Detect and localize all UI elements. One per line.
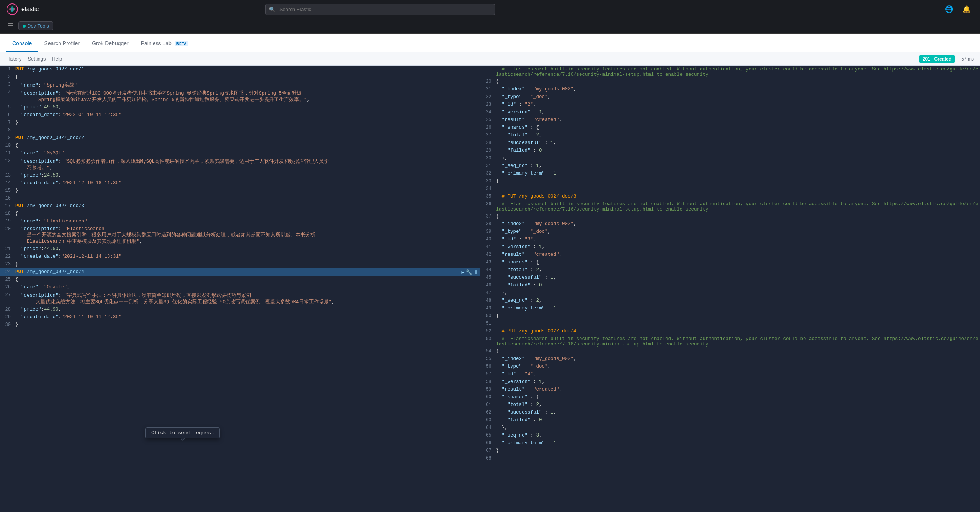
result-line-46: 46 "failed" : 0 bbox=[480, 282, 980, 290]
editor-line-12: 12 "description": "SQL必知必会作者力作，深入浅出MySQL… bbox=[0, 157, 480, 172]
result-line-43: 43 "_shards" : { bbox=[480, 259, 980, 267]
main-split-pane: 1 PUT /my_goods_002/_doc/1 2 { 3 "name":… bbox=[0, 66, 980, 512]
editor-line-16: 16 bbox=[0, 195, 480, 203]
result-line-53-comment: 53 #! Elasticsearch built-in security fe… bbox=[480, 335, 980, 348]
notifications-icon-button[interactable]: 🔔 bbox=[959, 3, 974, 15]
editor-line-25: 25 { bbox=[0, 276, 480, 284]
editor-line-9: 9 PUT /my_goods_002/_doc/2 bbox=[0, 134, 480, 142]
toolbar: History Settings Help 201 - Created 57 m… bbox=[0, 52, 980, 66]
result-line-25: 25 "result" : "created", bbox=[480, 116, 980, 124]
editor-line-8: 8 bbox=[0, 127, 480, 134]
result-line-47: 47 }, bbox=[480, 290, 980, 297]
logo: elastic bbox=[6, 3, 39, 15]
logo-text: elastic bbox=[21, 6, 39, 13]
breadcrumb-bar: ☰ Dev Tools bbox=[0, 18, 980, 34]
result-line-68-empty: 68 bbox=[480, 455, 980, 463]
settings-button[interactable]: Settings bbox=[28, 54, 46, 63]
result-line-62: 62 "successful" : 1, bbox=[480, 409, 980, 417]
hamburger-menu-button[interactable]: ☰ bbox=[6, 20, 15, 32]
editor-line-20: 20 "description": "Elasticsearch 是一个开源的全… bbox=[0, 226, 480, 245]
result-line-63: 63 "failed" : 0 bbox=[480, 417, 980, 424]
tab-painless-lab[interactable]: Painless Lab BETA bbox=[135, 36, 195, 52]
top-navigation: elastic 🔍 🌐 🔔 bbox=[0, 0, 980, 18]
result-line-45: 45 "successful" : 1, bbox=[480, 274, 980, 282]
editor-line-19: 19 "name": "Elasticsearch", bbox=[0, 218, 480, 226]
editor-line-4: 4 "description": "全球有超过100 000名开发者使用本书来学… bbox=[0, 89, 480, 104]
result-line-59: 59 "result" : "created", bbox=[480, 386, 980, 394]
help-button[interactable]: Help bbox=[52, 54, 62, 63]
editor-line-26: 26 "name": "Oracle", bbox=[0, 284, 480, 291]
result-line-37: 37 { bbox=[480, 213, 980, 221]
result-line-39: 39 "_type" : "_doc", bbox=[480, 228, 980, 236]
editor-line-17: 17 PUT /my_goods_002/_doc/3 bbox=[0, 203, 480, 210]
editor-line-1: 1 PUT /my_goods_002/_doc/1 bbox=[0, 66, 480, 74]
result-line-48: 48 "_seq_no" : 2, bbox=[480, 297, 980, 305]
search-input[interactable] bbox=[265, 4, 495, 15]
result-code-area: #! Elasticsearch built-in security featu… bbox=[480, 66, 980, 463]
breadcrumb-dot bbox=[23, 25, 26, 28]
editor-line-2: 2 { bbox=[0, 74, 480, 81]
result-line-24: 24 "_version" : 1, bbox=[480, 109, 980, 116]
globe-icon-button[interactable]: 🌐 bbox=[942, 3, 956, 15]
tab-search-profiler[interactable]: Search Profiler bbox=[38, 36, 86, 52]
result-line-60: 60 "_shards" : { bbox=[480, 394, 980, 401]
editor-line-11: 11 "name": "MySQL", bbox=[0, 150, 480, 157]
editor-line-21: 21 "price":44.50, bbox=[0, 245, 480, 253]
breadcrumb-dev-tools[interactable]: Dev Tools bbox=[18, 21, 53, 30]
result-line-58: 58 "_version" : 1, bbox=[480, 378, 980, 386]
result-line-31: 31 "_seq_no" : 1, bbox=[480, 162, 980, 170]
result-line-61: 61 "total" : 2, bbox=[480, 401, 980, 409]
pause-icon[interactable]: ⏸ bbox=[474, 270, 479, 275]
editor-line-29: 29 "create_date":"2021-11-10 11:12:35" bbox=[0, 314, 480, 321]
editor-pane[interactable]: 1 PUT /my_goods_002/_doc/1 2 { 3 "name":… bbox=[0, 66, 480, 512]
status-badge: 201 - Created bbox=[919, 55, 955, 63]
tooltip-arrow bbox=[180, 438, 185, 441]
tab-console[interactable]: Console bbox=[6, 36, 38, 52]
editor-line-6: 6 "create_date":"2022-01-10 11:12:35" bbox=[0, 111, 480, 119]
result-line-29: 29 "failed" : 0 bbox=[480, 147, 980, 155]
editor-line-27: 27 "description": "字典式写作手法：不讲具体语法，没有简单知识… bbox=[0, 291, 480, 306]
result-line-66: 66 "_primary_term" : 1 bbox=[480, 440, 980, 447]
result-line-52: 52 # PUT /my_goods_002/_doc/4 bbox=[480, 328, 980, 335]
editor-line-28: 28 "price":44.90, bbox=[0, 306, 480, 314]
time-badge: 57 ms bbox=[961, 56, 974, 62]
result-line-34-empty: 34 bbox=[480, 185, 980, 193]
beta-badge: BETA bbox=[175, 41, 188, 46]
editor-line-3: 3 "name": "Spring实战", bbox=[0, 81, 480, 89]
result-line-30: 30 }, bbox=[480, 155, 980, 162]
result-line-23: 23 "_id" : "2", bbox=[480, 101, 980, 109]
nav-right-actions: 🌐 🔔 bbox=[942, 3, 974, 15]
editor-line-5: 5 "price":49.50, bbox=[0, 104, 480, 111]
line-actions: ▶ 🔧 ⏸ bbox=[460, 268, 480, 276]
breadcrumb-label: Dev Tools bbox=[27, 23, 49, 29]
wrench-icon[interactable]: 🔧 bbox=[466, 269, 472, 275]
result-pane: #! Elasticsearch built-in security featu… bbox=[480, 66, 980, 512]
result-line-50: 50 } bbox=[480, 312, 980, 320]
play-icon[interactable]: ▶ bbox=[462, 269, 465, 275]
result-line-20: 20 { bbox=[480, 78, 980, 86]
editor-line-23: 23 } bbox=[0, 261, 480, 268]
result-line-57: 57 "_id" : "4", bbox=[480, 371, 980, 378]
editor-line-7: 7 } bbox=[0, 119, 480, 127]
tab-grok-debugger[interactable]: Grok Debugger bbox=[86, 36, 135, 52]
result-line-comment-1: #! Elasticsearch built-in security featu… bbox=[480, 66, 980, 78]
result-line-55: 55 "_index" : "my_goods_002", bbox=[480, 355, 980, 363]
result-line-56: 56 "_type" : "_doc", bbox=[480, 363, 980, 371]
result-line-64: 64 }, bbox=[480, 424, 980, 432]
result-line-27: 27 "total" : 2, bbox=[480, 132, 980, 139]
history-button[interactable]: History bbox=[6, 54, 21, 63]
result-line-54: 54 { bbox=[480, 348, 980, 355]
search-icon: 🔍 bbox=[269, 7, 275, 12]
editor-code-area: 1 PUT /my_goods_002/_doc/1 2 { 3 "name":… bbox=[0, 66, 480, 329]
elastic-logo-icon bbox=[6, 3, 18, 15]
result-line-26: 26 "_shards" : { bbox=[480, 124, 980, 132]
tooltip-arrow-inner bbox=[181, 438, 185, 440]
editor-line-18: 18 { bbox=[0, 210, 480, 218]
result-line-41: 41 "_version" : 1, bbox=[480, 244, 980, 251]
global-search[interactable]: 🔍 bbox=[265, 4, 495, 15]
editor-line-13: 13 "price":24.50, bbox=[0, 172, 480, 180]
result-line-44: 44 "total" : 2, bbox=[480, 267, 980, 274]
result-line-35: 35 # PUT /my_goods_002/_doc/3 bbox=[480, 193, 980, 201]
result-line-22: 22 "_type" : "_doc", bbox=[480, 93, 980, 101]
editor-line-24-active[interactable]: 24 PUT /my_goods_002/_doc/4 ▶ 🔧 ⏸ Click … bbox=[0, 268, 480, 276]
